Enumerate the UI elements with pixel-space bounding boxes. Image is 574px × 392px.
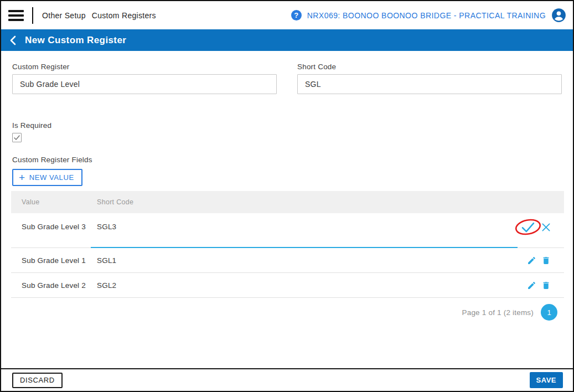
page-title: New Custom Register bbox=[25, 35, 126, 46]
edit-row-actions bbox=[519, 218, 564, 236]
pencil-icon bbox=[527, 281, 536, 290]
page-1-button[interactable]: 1 bbox=[541, 304, 557, 321]
delete-row-button[interactable] bbox=[541, 256, 551, 265]
help-icon[interactable]: ? bbox=[291, 10, 302, 20]
trash-icon bbox=[541, 281, 551, 290]
back-arrow-icon[interactable] bbox=[9, 35, 18, 45]
save-button[interactable]: SAVE bbox=[530, 372, 563, 388]
short-code-edit-field[interactable]: SGL3 bbox=[97, 223, 519, 231]
table-header: Value Short Code bbox=[11, 191, 564, 213]
x-icon bbox=[540, 221, 552, 233]
new-value-button[interactable]: + NEW VALUE bbox=[12, 169, 82, 186]
footer-bar: DISCARD SAVE bbox=[1, 368, 573, 391]
row-short-code: SGL1 bbox=[97, 256, 527, 265]
row-value: Sub Grade Level 2 bbox=[11, 281, 97, 290]
pagination-summary: Page 1 of 1 (2 items) bbox=[462, 308, 534, 317]
row-actions bbox=[527, 281, 564, 290]
column-header-short-code: Short Code bbox=[97, 198, 564, 206]
custom-register-input[interactable] bbox=[12, 74, 277, 94]
row-value: Sub Grade Level 1 bbox=[11, 256, 97, 265]
pencil-icon bbox=[527, 256, 536, 265]
row-actions bbox=[527, 256, 564, 265]
is-required-checkbox[interactable] bbox=[12, 133, 22, 142]
form-row: Custom Register Short Code bbox=[12, 63, 562, 94]
breadcrumb: Other Setup Custom Registers bbox=[42, 11, 156, 20]
custom-register-fields-title: Custom Register Fields bbox=[12, 156, 562, 164]
short-code-label: Short Code bbox=[297, 63, 562, 71]
main-content: Custom Register Short Code Is Required C… bbox=[1, 51, 573, 368]
trash-icon bbox=[541, 256, 551, 265]
custom-register-label: Custom Register bbox=[12, 63, 277, 71]
user-account-icon[interactable] bbox=[551, 8, 566, 23]
is-required-label: Is Required bbox=[12, 121, 562, 130]
breadcrumb-other-setup[interactable]: Other Setup bbox=[42, 11, 86, 20]
edit-row-button[interactable] bbox=[527, 256, 536, 265]
table-row-editing: Sub Grade Level 3 SGL3 bbox=[11, 213, 564, 248]
discard-button[interactable]: DISCARD bbox=[12, 373, 63, 388]
topbar-right: ? NRX069: BOONOO BOONOO BRIDGE - PRACTIC… bbox=[291, 8, 566, 23]
delete-row-button[interactable] bbox=[541, 281, 551, 290]
cancel-edit-button[interactable] bbox=[539, 220, 553, 234]
app-window: Other Setup Custom Registers ? NRX069: B… bbox=[0, 0, 574, 392]
fields-table: Value Short Code Sub Grade Level 3 SGL3 bbox=[11, 191, 564, 298]
topbar-divider bbox=[32, 7, 33, 24]
page-header: New Custom Register bbox=[1, 29, 573, 51]
confirm-edit-button[interactable] bbox=[519, 218, 537, 236]
row-short-code: SGL2 bbox=[97, 281, 527, 290]
table-row: Sub Grade Level 2 SGL2 bbox=[11, 273, 564, 298]
short-code-input[interactable] bbox=[297, 74, 562, 94]
new-value-button-label: NEW VALUE bbox=[29, 173, 74, 182]
top-bar: Other Setup Custom Registers ? NRX069: B… bbox=[1, 1, 573, 29]
table-row: Sub Grade Level 1 SGL1 bbox=[11, 248, 564, 273]
plus-icon: + bbox=[19, 172, 25, 183]
value-edit-field[interactable]: Sub Grade Level 3 bbox=[11, 223, 97, 231]
checkmark-icon bbox=[13, 134, 20, 141]
breadcrumb-custom-registers[interactable]: Custom Registers bbox=[92, 11, 156, 20]
pagination: Page 1 of 1 (2 items) 1 bbox=[11, 304, 564, 321]
hamburger-menu-icon[interactable] bbox=[8, 10, 24, 21]
column-header-value: Value bbox=[11, 198, 97, 206]
check-icon bbox=[520, 219, 536, 235]
edit-row-button[interactable] bbox=[527, 281, 536, 290]
project-label[interactable]: NRX069: BOONOO BOONOO BRIDGE - PRACTICAL… bbox=[307, 11, 546, 20]
